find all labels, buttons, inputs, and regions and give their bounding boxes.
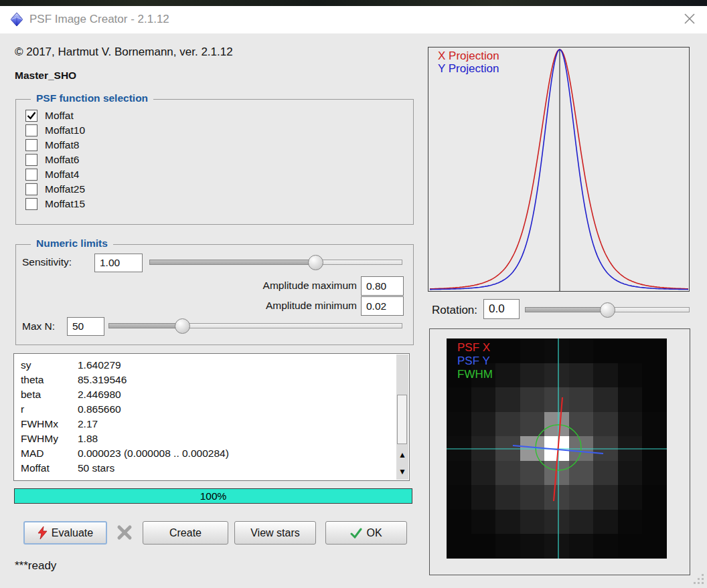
max-n-label: Max N: (22, 320, 55, 332)
checkbox-label: Moffat (45, 110, 74, 122)
result-row: beta2.446980 (14, 387, 409, 402)
result-label: FWHMy (21, 433, 78, 445)
create-button[interactable]: Create (143, 521, 228, 545)
result-label: FWHMx (21, 418, 78, 430)
result-label: theta (21, 374, 78, 386)
result-value: 0.865660 (78, 403, 121, 415)
rotation-slider-knob[interactable] (600, 302, 615, 318)
rotation-label: Rotation: (432, 304, 477, 317)
scrollbar-thumb[interactable] (397, 395, 407, 444)
projection-plot-canvas (428, 47, 689, 291)
result-row: Moffat50 stars (14, 461, 409, 476)
psf-legend-entry: PSF Y (457, 355, 493, 368)
delete-x-icon[interactable] (116, 524, 133, 541)
checkbox-label: Moffat8 (45, 139, 79, 151)
result-value: 50 stars (78, 462, 114, 474)
checkbox-moffat6[interactable] (25, 154, 37, 166)
amplitude-maximum-input[interactable] (361, 276, 404, 296)
checkbox-label: Moffat4 (45, 169, 79, 181)
results-scrollbar[interactable]: ▲ ▼ (396, 355, 408, 480)
view-stars-label: View stars (250, 527, 300, 539)
sensitivity-slider-fill (149, 260, 315, 265)
close-icon[interactable] (681, 10, 698, 27)
checkbox-label: Moffat25 (45, 183, 85, 195)
result-value: 0.000023 (0.000008 .. 0.000284) (78, 448, 229, 460)
projection-plot: X ProjectionY Projection (428, 47, 690, 292)
evaluate-button[interactable]: Evaluate (23, 521, 107, 545)
result-value: 85.319546 (78, 374, 127, 386)
checkmark-icon (26, 110, 37, 121)
max-n-slider-knob[interactable] (175, 318, 190, 334)
lightning-icon (37, 526, 48, 539)
result-label: r (21, 403, 78, 415)
psf-option-row: Moffat6 (16, 153, 413, 167)
checkbox-moffat[interactable] (25, 110, 37, 122)
copyright-text: © 2017, Hartmut V. Bornemann, ver. 2.1.1… (15, 45, 233, 59)
projection-legend: X ProjectionY Projection (438, 50, 499, 75)
result-row: FWHMy1.88 (14, 431, 409, 446)
check-icon (350, 528, 362, 538)
scrollbar-down-arrow-icon[interactable]: ▼ (396, 463, 408, 480)
psf-option-row: Moffat4 (16, 167, 413, 182)
psf-option-list: MoffatMoffat10Moffat8Moffat6Moffat4Moffa… (16, 100, 413, 211)
result-label: beta (21, 389, 78, 401)
results-box: sy1.640279theta85.319546beta2.446980r0.8… (13, 353, 410, 481)
amplitude-maximum-label: Amplitude maximum (233, 280, 357, 292)
result-row: theta85.319546 (14, 373, 409, 387)
numeric-limits-title: Numeric limits (31, 237, 113, 250)
checkbox-label: Moffat15 (45, 198, 85, 210)
checkbox-moffat4[interactable] (25, 169, 37, 181)
checkbox-moffat25[interactable] (25, 183, 37, 195)
result-value: 2.17 (78, 418, 98, 430)
results-list: sy1.640279theta85.319546beta2.446980r0.8… (14, 354, 409, 476)
psf-legend-entry: FWHM (457, 368, 493, 381)
result-value: 1.88 (78, 433, 98, 445)
result-row: MAD0.000023 (0.000008 .. 0.000284) (14, 446, 409, 461)
evaluate-label: Evaluate (52, 527, 93, 539)
max-n-input[interactable] (67, 317, 104, 336)
sensitivity-input[interactable] (94, 254, 143, 272)
window-title: PSF Image Creator - 2.1.12 (29, 13, 169, 26)
ok-label: OK (366, 527, 382, 539)
view-stars-button[interactable]: View stars (234, 521, 316, 545)
psf-image: PSF XPSF YFWHM (447, 338, 667, 559)
sensitivity-slider[interactable] (149, 255, 402, 270)
amplitude-minimum-label: Amplitude minimum (233, 300, 357, 312)
checkbox-moffat8[interactable] (25, 139, 37, 151)
checkbox-label: Moffat10 (45, 124, 85, 136)
progress-label: 100% (15, 489, 412, 503)
sensitivity-label: Sensitivity: (22, 256, 72, 268)
app-window: PSF Image Creator - 2.1.12 © 2017, Hartm… (0, 0, 707, 588)
result-value: 2.446980 (78, 389, 121, 401)
scrollbar-up-arrow-icon[interactable]: ▲ (396, 446, 408, 463)
psf-image-panel: PSF XPSF YFWHM (429, 328, 690, 575)
amplitude-minimum-input[interactable] (361, 296, 404, 316)
checkbox-label: Moffat6 (45, 154, 79, 166)
psf-option-row: Moffat25 (16, 182, 413, 197)
result-row: sy1.640279 (14, 358, 409, 373)
checkbox-moffat15[interactable] (25, 198, 37, 210)
resize-grip-icon[interactable] (694, 574, 704, 585)
psf-legend: PSF XPSF YFWHM (457, 341, 493, 381)
psf-function-selection-group: PSF function selection MoffatMoffat10Mof… (15, 99, 414, 225)
ok-button[interactable]: OK (325, 521, 407, 545)
rotation-slider[interactable] (525, 302, 690, 317)
app-icon (9, 12, 24, 27)
image-name: Master_SHO (15, 70, 76, 82)
sensitivity-slider-knob[interactable] (308, 255, 323, 270)
status-text: ***ready (15, 559, 56, 573)
legend-entry: Y Projection (438, 62, 499, 75)
checkbox-moffat10[interactable] (25, 124, 37, 136)
psf-selection-title: PSF function selection (31, 92, 153, 104)
progress-bar: 100% (14, 488, 412, 504)
desktop-background-strip (0, 0, 707, 6)
psf-option-row: Moffat (16, 108, 413, 123)
rotation-slider-fill (525, 307, 607, 312)
max-n-slider[interactable] (108, 318, 402, 333)
psf-option-row: Moffat15 (16, 197, 413, 211)
numeric-limits-group: Numeric limits Sensitivity: Amplitude ma… (15, 244, 414, 345)
rotation-input[interactable] (483, 299, 520, 319)
result-label: Moffat (21, 462, 78, 474)
result-row: r0.865660 (14, 402, 409, 417)
titlebar: PSF Image Creator - 2.1.12 (0, 6, 707, 33)
